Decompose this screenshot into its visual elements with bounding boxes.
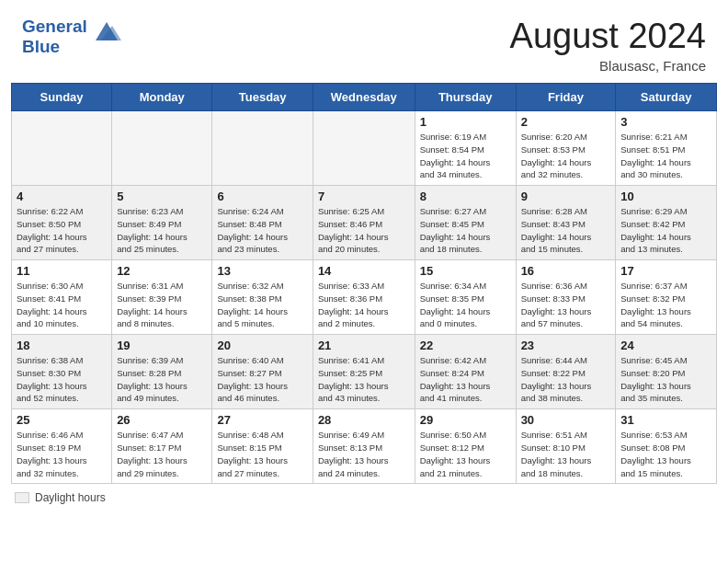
- location-subtitle: Blausasc, France: [510, 58, 706, 74]
- cell-info: Sunrise: 6:47 AM Sunset: 8:17 PM Dayligh…: [117, 429, 207, 479]
- date-number: 23: [521, 339, 611, 352]
- cal-cell: 9Sunrise: 6:28 AM Sunset: 8:43 PM Daylig…: [516, 186, 616, 260]
- cell-info: Sunrise: 6:45 AM Sunset: 8:20 PM Dayligh…: [620, 354, 711, 405]
- date-number: 7: [318, 190, 410, 203]
- cell-info: Sunrise: 6:51 AM Sunset: 8:10 PM Dayligh…: [521, 429, 611, 479]
- date-number: 3: [620, 115, 711, 129]
- cell-info: Sunrise: 6:33 AM Sunset: 8:36 PM Dayligh…: [318, 280, 410, 330]
- cal-cell: 24Sunrise: 6:45 AM Sunset: 8:20 PM Dayli…: [616, 335, 717, 409]
- cell-info: Sunrise: 6:53 AM Sunset: 8:08 PM Dayligh…: [620, 429, 711, 479]
- cell-info: Sunrise: 6:31 AM Sunset: 8:39 PM Dayligh…: [117, 280, 207, 330]
- date-number: 8: [420, 190, 511, 203]
- cell-info: Sunrise: 6:29 AM Sunset: 8:42 PM Dayligh…: [620, 205, 711, 256]
- cell-info: Sunrise: 6:40 AM Sunset: 8:27 PM Dayligh…: [217, 354, 307, 405]
- cell-info: Sunrise: 6:19 AM Sunset: 8:54 PM Dayligh…: [420, 131, 511, 181]
- cal-cell: 2Sunrise: 6:20 AM Sunset: 8:53 PM Daylig…: [516, 111, 616, 186]
- cal-cell: 23Sunrise: 6:44 AM Sunset: 8:22 PM Dayli…: [516, 335, 616, 409]
- cal-cell: [12, 111, 112, 186]
- day-header-tuesday: Tuesday: [212, 84, 313, 111]
- cell-info: Sunrise: 6:30 AM Sunset: 8:41 PM Dayligh…: [17, 280, 107, 330]
- date-number: 25: [17, 413, 107, 427]
- cal-cell: 10Sunrise: 6:29 AM Sunset: 8:42 PM Dayli…: [616, 186, 717, 260]
- cal-cell: [212, 111, 313, 186]
- cal-cell: [313, 111, 415, 186]
- month-year-title: August 2024: [510, 17, 706, 56]
- cal-cell: 22Sunrise: 6:42 AM Sunset: 8:24 PM Dayli…: [415, 335, 516, 409]
- cal-cell: 11Sunrise: 6:30 AM Sunset: 8:41 PM Dayli…: [12, 260, 112, 335]
- date-number: 17: [620, 264, 711, 278]
- cell-info: Sunrise: 6:41 AM Sunset: 8:25 PM Dayligh…: [318, 354, 410, 405]
- cal-cell: 14Sunrise: 6:33 AM Sunset: 8:36 PM Dayli…: [313, 260, 415, 335]
- day-header-sunday: Sunday: [12, 84, 112, 111]
- cell-info: Sunrise: 6:25 AM Sunset: 8:46 PM Dayligh…: [318, 205, 410, 256]
- date-number: 6: [217, 190, 307, 203]
- cal-cell: 21Sunrise: 6:41 AM Sunset: 8:25 PM Dayli…: [313, 335, 415, 409]
- date-number: 27: [217, 413, 307, 427]
- cell-info: Sunrise: 6:42 AM Sunset: 8:24 PM Dayligh…: [420, 354, 511, 405]
- legend-box: [15, 492, 29, 503]
- date-number: 4: [17, 190, 107, 203]
- cal-cell: 8Sunrise: 6:27 AM Sunset: 8:45 PM Daylig…: [415, 186, 516, 260]
- day-header-friday: Friday: [516, 84, 616, 111]
- cell-info: Sunrise: 6:44 AM Sunset: 8:22 PM Dayligh…: [521, 354, 611, 405]
- date-number: 16: [521, 264, 611, 278]
- cal-cell: 5Sunrise: 6:23 AM Sunset: 8:49 PM Daylig…: [112, 186, 212, 260]
- cell-info: Sunrise: 6:39 AM Sunset: 8:28 PM Dayligh…: [117, 354, 207, 405]
- day-header-wednesday: Wednesday: [313, 84, 415, 111]
- cal-cell: 27Sunrise: 6:48 AM Sunset: 8:15 PM Dayli…: [212, 409, 313, 484]
- date-number: 13: [217, 264, 307, 278]
- date-number: 11: [17, 264, 107, 278]
- day-header-monday: Monday: [112, 84, 212, 111]
- date-number: 28: [318, 413, 410, 427]
- date-number: 9: [521, 190, 611, 203]
- cell-info: Sunrise: 6:21 AM Sunset: 8:51 PM Dayligh…: [620, 131, 711, 181]
- cell-info: Sunrise: 6:32 AM Sunset: 8:38 PM Dayligh…: [217, 280, 307, 330]
- date-number: 14: [318, 264, 410, 278]
- cal-cell: 3Sunrise: 6:21 AM Sunset: 8:51 PM Daylig…: [616, 111, 717, 186]
- cell-info: Sunrise: 6:34 AM Sunset: 8:35 PM Dayligh…: [420, 280, 511, 330]
- cell-info: Sunrise: 6:36 AM Sunset: 8:33 PM Dayligh…: [521, 280, 611, 330]
- date-number: 31: [620, 413, 711, 427]
- cal-cell: 17Sunrise: 6:37 AM Sunset: 8:32 PM Dayli…: [616, 260, 717, 335]
- logo-icon: [92, 18, 121, 48]
- date-number: 30: [521, 413, 611, 427]
- date-number: 18: [17, 339, 107, 352]
- cal-cell: 15Sunrise: 6:34 AM Sunset: 8:35 PM Dayli…: [415, 260, 516, 335]
- calendar-table: SundayMondayTuesdayWednesdayThursdayFrid…: [11, 83, 717, 484]
- cal-cell: 1Sunrise: 6:19 AM Sunset: 8:54 PM Daylig…: [415, 111, 516, 186]
- date-number: 12: [117, 264, 207, 278]
- title-area: August 2024 Blausasc, France: [510, 17, 706, 74]
- logo: GeneralBlue: [22, 17, 121, 57]
- cal-cell: 4Sunrise: 6:22 AM Sunset: 8:50 PM Daylig…: [12, 186, 112, 260]
- date-number: 10: [620, 190, 711, 203]
- cal-cell: 25Sunrise: 6:46 AM Sunset: 8:19 PM Dayli…: [12, 409, 112, 484]
- date-number: 21: [318, 339, 410, 352]
- cal-cell: 26Sunrise: 6:47 AM Sunset: 8:17 PM Dayli…: [112, 409, 212, 484]
- cell-info: Sunrise: 6:28 AM Sunset: 8:43 PM Dayligh…: [521, 205, 611, 256]
- date-number: 5: [117, 190, 207, 203]
- cell-info: Sunrise: 6:23 AM Sunset: 8:49 PM Dayligh…: [117, 205, 207, 256]
- date-number: 24: [620, 339, 711, 352]
- cell-info: Sunrise: 6:50 AM Sunset: 8:12 PM Dayligh…: [420, 429, 511, 479]
- cell-info: Sunrise: 6:27 AM Sunset: 8:45 PM Dayligh…: [420, 205, 511, 256]
- day-header-thursday: Thursday: [415, 84, 516, 111]
- cell-info: Sunrise: 6:48 AM Sunset: 8:15 PM Dayligh…: [217, 429, 307, 479]
- day-header-saturday: Saturday: [616, 84, 717, 111]
- date-number: 1: [420, 115, 511, 129]
- date-number: 26: [117, 413, 207, 427]
- date-number: 29: [420, 413, 511, 427]
- cell-info: Sunrise: 6:46 AM Sunset: 8:19 PM Dayligh…: [17, 429, 107, 479]
- cal-cell: 29Sunrise: 6:50 AM Sunset: 8:12 PM Dayli…: [415, 409, 516, 484]
- date-number: 19: [117, 339, 207, 352]
- logo-text: GeneralBlue: [22, 17, 87, 57]
- cal-cell: [112, 111, 212, 186]
- cal-cell: 18Sunrise: 6:38 AM Sunset: 8:30 PM Dayli…: [12, 335, 112, 409]
- cal-cell: 13Sunrise: 6:32 AM Sunset: 8:38 PM Dayli…: [212, 260, 313, 335]
- cal-cell: 28Sunrise: 6:49 AM Sunset: 8:13 PM Dayli…: [313, 409, 415, 484]
- page-header: GeneralBlue August 2024 Blausasc, France: [0, 0, 728, 83]
- date-number: 20: [217, 339, 307, 352]
- date-number: 15: [420, 264, 511, 278]
- cal-cell: 16Sunrise: 6:36 AM Sunset: 8:33 PM Dayli…: [516, 260, 616, 335]
- cal-cell: 30Sunrise: 6:51 AM Sunset: 8:10 PM Dayli…: [516, 409, 616, 484]
- cal-cell: 19Sunrise: 6:39 AM Sunset: 8:28 PM Dayli…: [112, 335, 212, 409]
